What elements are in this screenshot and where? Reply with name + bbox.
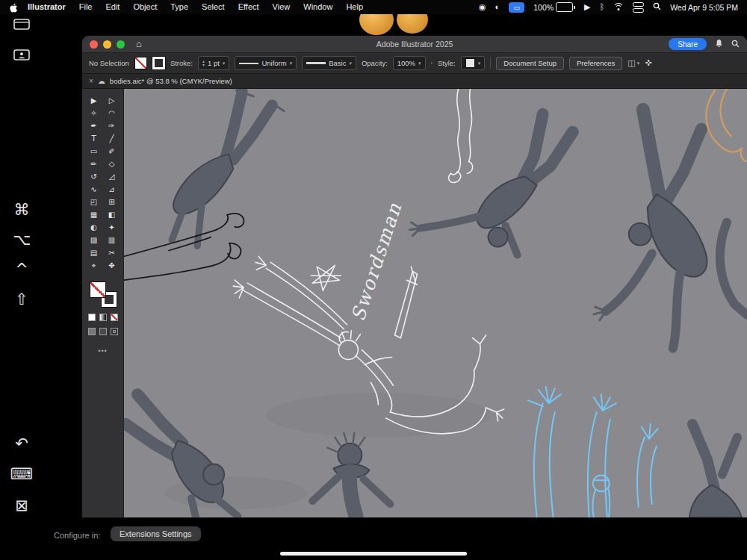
- menu-item[interactable]: Edit: [99, 0, 126, 14]
- spotlight-icon[interactable]: [653, 2, 661, 12]
- sidebar-user-display-icon[interactable]: [0, 49, 43, 65]
- extensions-settings-button[interactable]: Extensions Settings: [111, 526, 201, 541]
- type-tool[interactable]: T: [87, 132, 101, 145]
- document-tab-title[interactable]: bodies.aic* @ 53.8 % (CMYK/Preview): [110, 77, 232, 85]
- artboard-tool[interactable]: ▤: [87, 246, 101, 259]
- display-brightness-icon[interactable]: ◐: [495, 0, 500, 14]
- screen-mirroring-icon[interactable]: ▭: [509, 2, 524, 13]
- stroke-stepper[interactable]: ▴▾: [202, 60, 205, 67]
- share-button[interactable]: Share: [669, 38, 707, 50]
- battery-percent: 100%: [533, 3, 554, 12]
- zoom-window-button[interactable]: [117, 40, 125, 49]
- column-graph-tool[interactable]: ▥: [105, 234, 119, 246]
- pencil-tool[interactable]: ✏: [87, 158, 101, 170]
- direct-selection-tool[interactable]: ▷: [105, 94, 119, 107]
- menu-item[interactable]: Effect: [232, 0, 266, 14]
- illustrator-window: ⌂ Adobe Illustrator 2025 Share No Select…: [82, 36, 747, 517]
- stroke-swatch[interactable]: [152, 57, 165, 69]
- canvas-area[interactable]: Swordsman: [124, 89, 747, 517]
- modifier-key[interactable]: ⌘: [14, 202, 30, 219]
- menu-item[interactable]: Help: [339, 0, 370, 14]
- menu-illustrator[interactable]: Illustrator: [21, 0, 72, 14]
- preferences-button[interactable]: Preferences: [569, 57, 622, 70]
- menu-clock[interactable]: Wed Apr 9 5:05 PM: [670, 3, 738, 12]
- menu-item[interactable]: Select: [195, 0, 232, 14]
- undo-button[interactable]: ↶: [0, 435, 43, 452]
- free-transform-tool[interactable]: ⊿: [105, 183, 119, 196]
- eyedropper-tool[interactable]: ◐: [87, 221, 101, 234]
- touch-workspace-button[interactable]: ✜: [645, 58, 651, 68]
- pen-tool[interactable]: ✒: [87, 119, 101, 132]
- none-button[interactable]: [111, 314, 118, 321]
- line-segment-tool[interactable]: ╱: [105, 132, 119, 145]
- paintbrush-tool[interactable]: ✐: [105, 145, 119, 158]
- play-icon[interactable]: ▶: [584, 0, 590, 14]
- blend-tool[interactable]: ✦: [105, 221, 119, 234]
- dismiss-keyboard-button[interactable]: ⊠: [0, 497, 43, 514]
- brush-dropdown[interactable]: Basic ▾: [302, 56, 356, 70]
- draw-normal-button[interactable]: [88, 328, 96, 335]
- modifier-key[interactable]: ⌥: [13, 231, 31, 249]
- menu-item[interactable]: View: [266, 0, 297, 14]
- battery-status[interactable]: 100%: [533, 2, 575, 12]
- perspective-grid-tool[interactable]: ⊞: [105, 196, 119, 208]
- selection-tool[interactable]: ▶: [87, 94, 101, 107]
- selection-status: No Selection: [89, 59, 129, 67]
- opacity-dropdown[interactable]: 100% ▾: [393, 56, 426, 70]
- rectangle-tool[interactable]: ▭: [87, 145, 101, 158]
- style-dropdown[interactable]: ▾: [461, 56, 486, 70]
- cloud-document-icon: ☁: [98, 77, 105, 85]
- close-tab-icon[interactable]: ×: [89, 77, 93, 85]
- rotate-tool[interactable]: ↺: [87, 170, 101, 183]
- bluetooth-icon[interactable]: ᛒ: [600, 0, 605, 14]
- style-swatch: [465, 58, 475, 68]
- gradient-button[interactable]: [99, 314, 107, 321]
- color-button[interactable]: [88, 314, 96, 321]
- brush-value: Basic: [329, 59, 346, 67]
- apple-menu[interactable]: [9, 2, 18, 13]
- home-indicator[interactable]: [280, 552, 467, 556]
- fill-color-well[interactable]: [90, 281, 106, 298]
- notifications-bell-icon[interactable]: [715, 37, 723, 51]
- fill-swatch[interactable]: [134, 57, 147, 69]
- document-setup-button[interactable]: Document Setup: [496, 57, 564, 70]
- home-icon[interactable]: ⌂: [136, 37, 142, 52]
- screen-record-icon[interactable]: ◉: [479, 0, 486, 14]
- menu-item[interactable]: Window: [297, 0, 339, 14]
- modifier-key[interactable]: ⇧: [15, 291, 28, 308]
- lasso-tool[interactable]: ◠: [105, 107, 119, 119]
- zoom-tool[interactable]: ⌖: [87, 259, 101, 272]
- search-icon[interactable]: [731, 37, 740, 51]
- draw-behind-button[interactable]: [99, 328, 107, 335]
- caret-right-icon[interactable]: ›: [431, 60, 433, 66]
- menu-item[interactable]: Object: [126, 0, 164, 14]
- mesh-tool[interactable]: ▦: [87, 208, 101, 221]
- modifier-key[interactable]: ^: [15, 261, 28, 279]
- control-bar: No Selection Stroke: ▴▾ 1 pt ▾ Uniform ▾…: [82, 52, 747, 74]
- slice-tool[interactable]: ✂: [105, 246, 119, 259]
- variable-width-dropdown[interactable]: Uniform ▾: [235, 56, 297, 70]
- symbol-sprayer-tool[interactable]: ▨: [87, 234, 101, 246]
- menu-item[interactable]: File: [72, 0, 99, 14]
- wifi-icon[interactable]: [613, 3, 624, 11]
- curvature-tool[interactable]: ✑: [105, 119, 119, 132]
- close-window-button[interactable]: [90, 40, 98, 49]
- width-tool[interactable]: ∿: [87, 183, 101, 196]
- sidebar-display-icon[interactable]: [0, 19, 43, 34]
- eraser-tool[interactable]: ◇: [105, 158, 119, 170]
- more-tools-button[interactable]: •••: [98, 347, 107, 355]
- stroke-weight-dropdown[interactable]: ▴▾ 1 pt ▾: [198, 56, 229, 70]
- hand-tool[interactable]: ✥: [105, 259, 119, 272]
- menu-item[interactable]: Type: [164, 0, 195, 14]
- scale-tool[interactable]: ◿: [105, 170, 119, 183]
- canvas-artwork: Swordsman: [124, 89, 747, 517]
- shape-builder-tool[interactable]: ◰: [87, 196, 101, 208]
- control-center-icon[interactable]: [633, 2, 644, 13]
- window-title: Adobe Illustrator 2025: [376, 40, 453, 49]
- magic-wand-tool[interactable]: ✧: [87, 107, 101, 119]
- keyboard-button[interactable]: ⌨: [0, 465, 43, 483]
- gradient-tool[interactable]: ◧: [105, 208, 119, 221]
- minimize-window-button[interactable]: [103, 40, 111, 49]
- panel-toggle-button[interactable]: ◫▾: [627, 58, 639, 68]
- draw-inside-button[interactable]: [111, 328, 118, 335]
